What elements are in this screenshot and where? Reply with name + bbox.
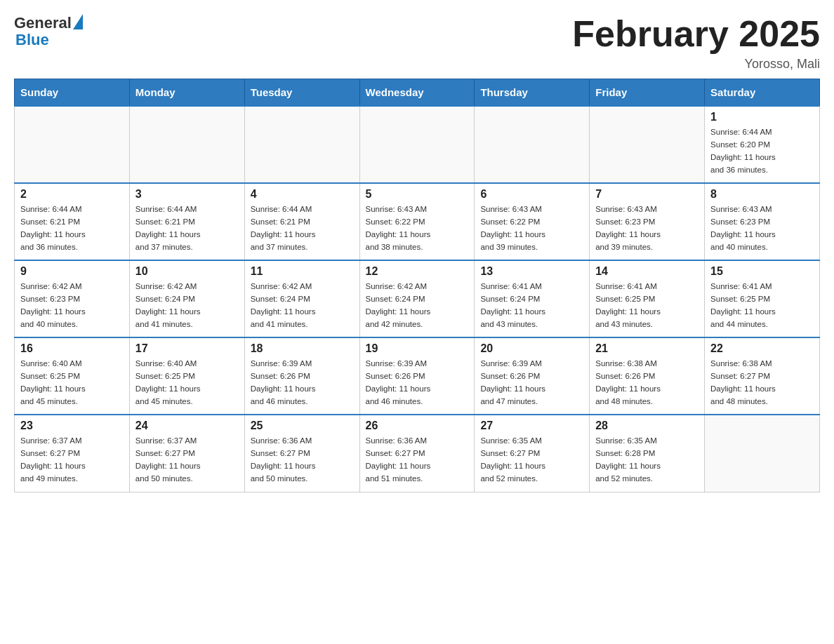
week-row-5: 23Sunrise: 6:37 AM Sunset: 6:27 PM Dayli… <box>15 415 820 492</box>
day-number: 19 <box>366 342 469 355</box>
calendar-cell: 15Sunrise: 6:41 AM Sunset: 6:25 PM Dayli… <box>705 260 820 337</box>
day-info: Sunrise: 6:44 AM Sunset: 6:21 PM Dayligh… <box>20 203 124 253</box>
logo: General Blue <box>14 14 83 49</box>
day-number: 28 <box>595 420 699 432</box>
weekday-header-saturday: Saturday <box>705 79 820 107</box>
day-number: 12 <box>366 265 469 278</box>
day-info: Sunrise: 6:40 AM Sunset: 6:25 PM Dayligh… <box>135 358 239 408</box>
day-info: Sunrise: 6:35 AM Sunset: 6:28 PM Dayligh… <box>595 435 699 485</box>
week-row-1: 1Sunrise: 6:44 AM Sunset: 6:20 PM Daylig… <box>15 106 820 183</box>
calendar-cell: 25Sunrise: 6:36 AM Sunset: 6:27 PM Dayli… <box>244 415 359 492</box>
calendar-cell: 19Sunrise: 6:39 AM Sunset: 6:26 PM Dayli… <box>359 337 475 415</box>
day-info: Sunrise: 6:38 AM Sunset: 6:26 PM Dayligh… <box>595 358 699 408</box>
day-info: Sunrise: 6:44 AM Sunset: 6:21 PM Dayligh… <box>251 203 354 253</box>
day-info: Sunrise: 6:39 AM Sunset: 6:26 PM Dayligh… <box>251 358 354 408</box>
day-info: Sunrise: 6:39 AM Sunset: 6:26 PM Dayligh… <box>366 358 469 408</box>
day-info: Sunrise: 6:41 AM Sunset: 6:24 PM Dayligh… <box>480 281 583 330</box>
day-number: 4 <box>251 188 354 201</box>
day-info: Sunrise: 6:42 AM Sunset: 6:23 PM Dayligh… <box>20 281 124 330</box>
month-year-title: February 2025 <box>572 14 820 54</box>
day-number: 10 <box>135 265 239 278</box>
calendar-cell: 3Sunrise: 6:44 AM Sunset: 6:21 PM Daylig… <box>129 183 244 260</box>
logo-triangle-icon <box>73 14 83 29</box>
day-info: Sunrise: 6:43 AM Sunset: 6:22 PM Dayligh… <box>480 203 583 253</box>
calendar-cell: 10Sunrise: 6:42 AM Sunset: 6:24 PM Dayli… <box>129 260 244 337</box>
weekday-header-row: SundayMondayTuesdayWednesdayThursdayFrid… <box>15 79 820 107</box>
location-text: Yorosso, Mali <box>572 57 820 72</box>
day-number: 3 <box>135 188 239 201</box>
day-info: Sunrise: 6:42 AM Sunset: 6:24 PM Dayligh… <box>135 281 239 330</box>
calendar-cell: 21Sunrise: 6:38 AM Sunset: 6:26 PM Dayli… <box>590 337 705 415</box>
day-number: 6 <box>480 188 583 201</box>
weekday-header-tuesday: Tuesday <box>244 79 359 107</box>
page-header: General Blue February 2025 Yorosso, Mali <box>14 14 820 72</box>
calendar-cell: 20Sunrise: 6:39 AM Sunset: 6:26 PM Dayli… <box>475 337 590 415</box>
calendar-cell: 28Sunrise: 6:35 AM Sunset: 6:28 PM Dayli… <box>590 415 705 492</box>
day-number: 9 <box>20 265 124 278</box>
calendar-cell <box>590 106 705 183</box>
day-number: 13 <box>480 265 583 278</box>
day-number: 7 <box>595 188 699 201</box>
calendar-cell: 2Sunrise: 6:44 AM Sunset: 6:21 PM Daylig… <box>15 183 130 260</box>
day-info: Sunrise: 6:41 AM Sunset: 6:25 PM Dayligh… <box>710 281 814 330</box>
day-info: Sunrise: 6:40 AM Sunset: 6:25 PM Dayligh… <box>20 358 124 408</box>
day-info: Sunrise: 6:43 AM Sunset: 6:23 PM Dayligh… <box>710 203 814 253</box>
day-number: 2 <box>20 188 124 201</box>
calendar-table: SundayMondayTuesdayWednesdayThursdayFrid… <box>14 79 820 492</box>
day-info: Sunrise: 6:35 AM Sunset: 6:27 PM Dayligh… <box>480 435 583 485</box>
day-number: 11 <box>251 265 354 278</box>
calendar-cell <box>15 106 130 183</box>
day-info: Sunrise: 6:36 AM Sunset: 6:27 PM Dayligh… <box>366 435 469 485</box>
calendar-cell: 17Sunrise: 6:40 AM Sunset: 6:25 PM Dayli… <box>129 337 244 415</box>
day-number: 1 <box>710 111 814 123</box>
calendar-cell <box>129 106 244 183</box>
day-number: 18 <box>251 342 354 355</box>
calendar-cell <box>359 106 475 183</box>
day-number: 15 <box>710 265 814 278</box>
weekday-header-thursday: Thursday <box>475 79 590 107</box>
calendar-cell: 24Sunrise: 6:37 AM Sunset: 6:27 PM Dayli… <box>129 415 244 492</box>
day-info: Sunrise: 6:43 AM Sunset: 6:22 PM Dayligh… <box>366 203 469 253</box>
week-row-2: 2Sunrise: 6:44 AM Sunset: 6:21 PM Daylig… <box>15 183 820 260</box>
weekday-header-monday: Monday <box>129 79 244 107</box>
calendar-cell: 13Sunrise: 6:41 AM Sunset: 6:24 PM Dayli… <box>475 260 590 337</box>
calendar-cell <box>705 415 820 492</box>
day-number: 23 <box>20 420 124 432</box>
calendar-cell: 14Sunrise: 6:41 AM Sunset: 6:25 PM Dayli… <box>590 260 705 337</box>
day-info: Sunrise: 6:37 AM Sunset: 6:27 PM Dayligh… <box>20 435 124 485</box>
day-info: Sunrise: 6:38 AM Sunset: 6:27 PM Dayligh… <box>710 358 814 408</box>
logo-general-text: General <box>14 14 72 32</box>
calendar-cell: 16Sunrise: 6:40 AM Sunset: 6:25 PM Dayli… <box>15 337 130 415</box>
calendar-cell: 9Sunrise: 6:42 AM Sunset: 6:23 PM Daylig… <box>15 260 130 337</box>
logo-blue-text: Blue <box>15 31 49 49</box>
calendar-cell: 11Sunrise: 6:42 AM Sunset: 6:24 PM Dayli… <box>244 260 359 337</box>
day-number: 25 <box>251 420 354 432</box>
week-row-3: 9Sunrise: 6:42 AM Sunset: 6:23 PM Daylig… <box>15 260 820 337</box>
week-row-4: 16Sunrise: 6:40 AM Sunset: 6:25 PM Dayli… <box>15 337 820 415</box>
day-info: Sunrise: 6:37 AM Sunset: 6:27 PM Dayligh… <box>135 435 239 485</box>
calendar-cell: 18Sunrise: 6:39 AM Sunset: 6:26 PM Dayli… <box>244 337 359 415</box>
day-number: 14 <box>595 265 699 278</box>
calendar-cell: 23Sunrise: 6:37 AM Sunset: 6:27 PM Dayli… <box>15 415 130 492</box>
day-number: 8 <box>710 188 814 201</box>
calendar-cell: 26Sunrise: 6:36 AM Sunset: 6:27 PM Dayli… <box>359 415 475 492</box>
day-number: 20 <box>480 342 583 355</box>
day-number: 27 <box>480 420 583 432</box>
day-number: 22 <box>710 342 814 355</box>
calendar-cell: 22Sunrise: 6:38 AM Sunset: 6:27 PM Dayli… <box>705 337 820 415</box>
day-info: Sunrise: 6:42 AM Sunset: 6:24 PM Dayligh… <box>251 281 354 330</box>
day-number: 24 <box>135 420 239 432</box>
weekday-header-sunday: Sunday <box>15 79 130 107</box>
day-info: Sunrise: 6:41 AM Sunset: 6:25 PM Dayligh… <box>595 281 699 330</box>
calendar-cell: 27Sunrise: 6:35 AM Sunset: 6:27 PM Dayli… <box>475 415 590 492</box>
day-info: Sunrise: 6:44 AM Sunset: 6:20 PM Dayligh… <box>710 126 814 176</box>
day-info: Sunrise: 6:39 AM Sunset: 6:26 PM Dayligh… <box>480 358 583 408</box>
calendar-cell: 6Sunrise: 6:43 AM Sunset: 6:22 PM Daylig… <box>475 183 590 260</box>
day-info: Sunrise: 6:44 AM Sunset: 6:21 PM Dayligh… <box>135 203 239 253</box>
calendar-cell <box>475 106 590 183</box>
day-number: 17 <box>135 342 239 355</box>
calendar-cell <box>244 106 359 183</box>
day-number: 21 <box>595 342 699 355</box>
day-info: Sunrise: 6:43 AM Sunset: 6:23 PM Dayligh… <box>595 203 699 253</box>
calendar-cell: 5Sunrise: 6:43 AM Sunset: 6:22 PM Daylig… <box>359 183 475 260</box>
